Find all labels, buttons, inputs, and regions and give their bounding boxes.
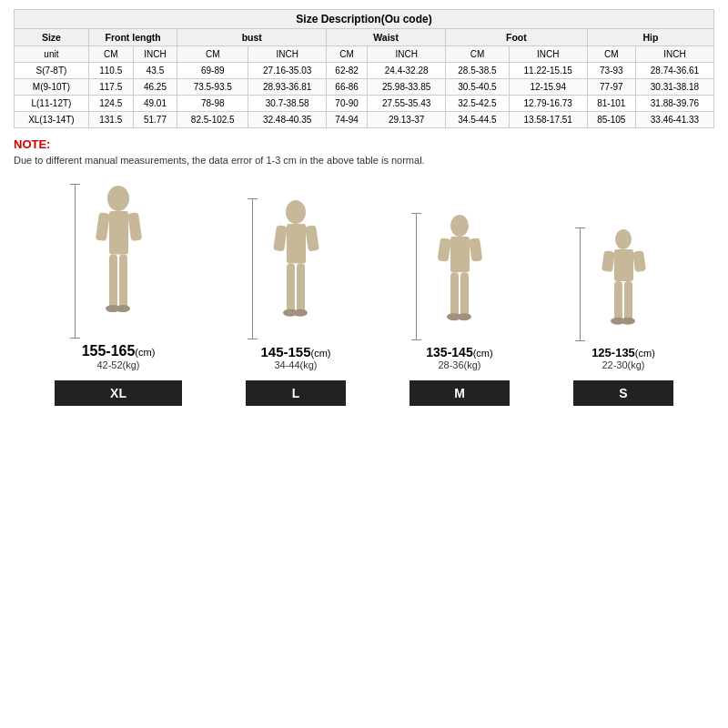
svg-point-31 [621, 318, 635, 325]
cell-data: 74-94 [327, 112, 368, 128]
cell-data: 30.5-40.5 [446, 79, 510, 96]
svg-rect-19 [469, 238, 482, 262]
height-unit: (cm) [473, 348, 493, 359]
svg-point-23 [457, 313, 471, 320]
size-table: Size Description(Ou code) Size Front len… [14, 9, 714, 128]
cell-size: M(9-10T) [15, 79, 89, 96]
height-range: 135-145 [426, 345, 472, 359]
weight-label: 42-52(kg) [82, 359, 156, 370]
cell-size: L(11-12T) [15, 96, 89, 112]
unit-hip-cm: CM [587, 46, 635, 63]
height-range: 155-165 [82, 343, 136, 359]
unit-hip-inch: INCH [635, 46, 713, 63]
cell-data: 49.01 [133, 96, 177, 112]
measurement-line [580, 228, 581, 341]
svg-rect-10 [273, 225, 288, 251]
svg-rect-21 [460, 272, 469, 317]
unit-label: unit [15, 46, 89, 63]
svg-rect-13 [297, 263, 305, 312]
cell-data: 124.5 [88, 96, 133, 112]
figure-container [594, 228, 653, 341]
cell-data: 78-98 [177, 96, 248, 112]
cell-data: 117.5 [88, 79, 133, 96]
cell-data: 43.5 [133, 63, 177, 79]
weight-label: 22-30(kg) [592, 359, 655, 370]
page: Size Description(Ou code) Size Front len… [0, 0, 728, 415]
header-row: Size Front length bust Waist Foot Hip [15, 29, 714, 46]
cell-size: S(7-8T) [15, 63, 89, 79]
cell-data: 62-82 [327, 63, 368, 79]
figure-container [267, 198, 326, 339]
cell-data: 28.5-38.5 [446, 63, 510, 79]
cell-data: 110.5 [88, 63, 133, 79]
figure-svg [430, 213, 490, 340]
cell-data: 46.25 [133, 79, 177, 96]
cell-data: 28.74-36.61 [635, 63, 713, 79]
height-unit: (cm) [311, 348, 331, 359]
size-item-l: 145-155(cm) 34-44(kg) L [246, 198, 346, 406]
col-waist: Waist [327, 29, 446, 46]
svg-rect-18 [437, 238, 450, 262]
svg-rect-2 [95, 212, 109, 241]
figure-svg [267, 198, 326, 339]
svg-rect-4 [109, 255, 117, 309]
table-title: Size Description(Ou code) [15, 10, 714, 29]
svg-point-7 [116, 305, 130, 312]
svg-rect-29 [624, 281, 632, 321]
weight-label: 34-44(kg) [260, 359, 330, 370]
weight-label: 28-36(kg) [426, 359, 492, 370]
svg-rect-1 [109, 211, 128, 255]
top-tick [575, 228, 585, 228]
bottom-tick [411, 339, 421, 340]
cell-data: 11.22-15.15 [509, 63, 587, 79]
cell-data: 69-89 [177, 63, 248, 79]
top-tick [248, 198, 258, 199]
size-badge: XL [55, 380, 182, 406]
bottom-tick [575, 340, 585, 341]
unit-bust-inch: INCH [248, 46, 327, 63]
svg-rect-17 [450, 237, 470, 272]
unit-row: unit CM INCH CM INCH CM INCH CM INCH CM … [15, 46, 714, 63]
col-hip: Hip [587, 29, 713, 46]
col-foot: Foot [446, 29, 588, 46]
cell-data: 82.5-102.5 [177, 112, 248, 128]
col-front-length: Front length [88, 29, 177, 46]
svg-rect-26 [601, 250, 614, 272]
size-label-group: 145-155(cm) 34-44(kg) [260, 344, 330, 370]
cell-data: 34.5-44.5 [446, 112, 510, 128]
height-range: 125-135 [592, 346, 635, 359]
cell-data: 12.79-16.73 [509, 96, 587, 112]
col-size: Size [15, 29, 89, 46]
cell-data: 30.31-38.18 [635, 79, 713, 96]
height-display: 155-165(cm) [82, 343, 156, 359]
cell-data: 73-93 [587, 63, 635, 79]
figure-container [89, 184, 148, 339]
svg-point-8 [286, 200, 306, 224]
measurement-line [75, 184, 76, 339]
size-badge: M [410, 380, 510, 406]
cell-data: 27.16-35.03 [248, 63, 327, 79]
cell-data: 25.98-33.85 [368, 79, 446, 96]
cell-data: 13.58-17.51 [509, 112, 587, 128]
measurement-line [416, 213, 417, 340]
cell-data: 51.77 [133, 112, 177, 128]
height-range: 145-155 [260, 344, 310, 359]
height-display: 135-145(cm) [426, 345, 492, 359]
size-item-xl: 155-165(cm) 42-52(kg) XL [55, 184, 182, 406]
unit-bust-cm: CM [177, 46, 248, 63]
height-display: 145-155(cm) [260, 344, 330, 359]
size-item-m: 135-145(cm) 28-36(kg) M [410, 213, 510, 406]
height-unit: (cm) [135, 347, 155, 358]
cell-data: 32.48-40.35 [248, 112, 327, 128]
svg-point-16 [450, 215, 469, 237]
svg-rect-3 [127, 212, 142, 241]
svg-rect-20 [450, 272, 459, 317]
note-section: NOTE: Due to different manual measuremen… [14, 137, 714, 166]
table-row: L(11-12T)124.549.0178-9830.7-38.5870-902… [15, 96, 714, 112]
size-item-s: 125-135(cm) 22-30(kg) S [573, 228, 673, 406]
size-badge: S [573, 380, 673, 406]
cell-data: 32.5-42.5 [446, 96, 510, 112]
height-display: 125-135(cm) [592, 346, 655, 359]
top-tick [70, 184, 80, 185]
cell-size: XL(13-14T) [15, 112, 89, 128]
